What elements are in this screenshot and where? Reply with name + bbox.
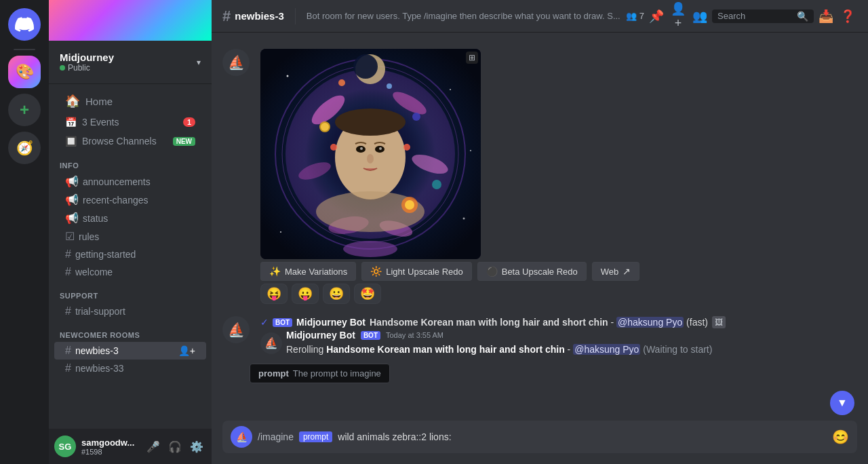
svg-point-36: [343, 241, 397, 257]
hash-icon-3: #: [65, 305, 71, 317]
topbar-actions: 👥 7 📌 👤+ 👥 🔍 📥 ❓: [626, 7, 857, 26]
chevron-down-icon: ▾: [197, 58, 201, 67]
sidebar-divider: [14, 49, 35, 50]
new-badge: NEW: [173, 137, 195, 146]
svg-point-30: [450, 89, 451, 90]
user-controls: 🎤 🎧 ⚙️: [144, 437, 206, 456]
member-list-button[interactable]: 👥: [690, 7, 709, 26]
image-expand-icon[interactable]: ⊞: [466, 52, 478, 64]
server-header[interactable]: Midjourney Public ▾: [49, 41, 212, 84]
user-tag: #1598: [81, 448, 138, 456]
circle-icon: ⚫: [486, 266, 498, 277]
beta-upscale-redo-button[interactable]: ⚫ Beta Upscale Redo: [477, 262, 587, 281]
scroll-to-bottom-button[interactable]: ▼: [830, 391, 854, 415]
channel-rules[interactable]: ☑ rules: [54, 227, 206, 246]
hash-symbol: #: [222, 7, 231, 25]
reactions: 😝 😛 😀 🤩: [260, 284, 857, 304]
user-info: samgoodw... #1598: [81, 438, 138, 456]
msg2-text: Rerolling Handsome Korean man with long …: [286, 343, 712, 357]
svg-point-17: [353, 54, 378, 79]
message-header-2: Midjourney Bot BOT Today at 3:55 AM: [286, 330, 712, 341]
add-member-top-button[interactable]: 👤+: [669, 7, 688, 26]
discord-logo[interactable]: [8, 8, 41, 41]
svg-point-12: [412, 113, 420, 121]
message-row-2: ⛵ ✓ BOT Midjourney Bot Handsome Korean m…: [212, 315, 868, 361]
section-newcomer[interactable]: NEWCOMER ROOMS: [49, 320, 212, 342]
svg-point-23: [379, 147, 382, 150]
help-button[interactable]: ❓: [838, 7, 857, 26]
headphones-button[interactable]: 🎧: [165, 437, 184, 456]
pin-button[interactable]: 📌: [647, 7, 666, 26]
members-icon: 👥: [626, 11, 637, 21]
app-sidebar: 🎨 + 🧭: [0, 0, 49, 464]
bot-author-name: Midjourney Bot: [296, 317, 366, 328]
hash-icon-5: #: [65, 362, 71, 374]
svg-point-27: [330, 144, 337, 151]
message-input[interactable]: [338, 431, 827, 442]
bot-badge: BOT: [273, 318, 292, 327]
light-icon: 🔆: [370, 266, 382, 277]
channel-newbies-33[interactable]: # newbies-33: [54, 360, 206, 377]
megaphone-icon-3: 📢: [65, 212, 79, 225]
search-input[interactable]: [717, 11, 794, 21]
reaction-1[interactable]: 😛: [292, 284, 319, 304]
reaction-3[interactable]: 🤩: [354, 284, 381, 304]
add-server-button[interactable]: +: [8, 94, 41, 126]
nav-home[interactable]: 🏠 Home: [54, 90, 206, 113]
message-content-2: ✓ BOT Midjourney Bot Handsome Korean man…: [260, 316, 857, 360]
server-icon-midjourney[interactable]: 🎨: [8, 56, 41, 88]
channel-status[interactable]: 📢 status: [54, 209, 206, 227]
svg-point-29: [287, 75, 289, 77]
input-avatar-icon: ⛵: [236, 431, 248, 442]
user-panel: SG samgoodw... #1598 🎤 🎧 ⚙️: [49, 429, 212, 464]
prompt-tooltip: prompt The prompt to imagine: [250, 364, 390, 383]
message-area-wrapper: ⛵: [212, 33, 868, 464]
bot-badge-2: BOT: [361, 331, 380, 340]
calendar-icon: 📅: [65, 117, 77, 128]
channel-getting-started[interactable]: # getting-started: [54, 246, 206, 263]
main-content: # newbies-3 Bot room for new users. Type…: [212, 0, 868, 464]
web-button[interactable]: Web ↗: [592, 262, 640, 281]
search-icon: 🔍: [797, 11, 808, 22]
sparkles-icon: ✨: [269, 266, 281, 277]
emoji-button[interactable]: 😊: [832, 429, 849, 445]
member-count: 👥 7: [626, 11, 644, 21]
light-upscale-redo-button[interactable]: 🔆 Light Upscale Redo: [361, 262, 471, 281]
avatar: ⛵: [222, 49, 250, 76]
microphone-button[interactable]: 🎤: [144, 437, 163, 456]
section-info[interactable]: INFO: [49, 151, 212, 172]
nav-events[interactable]: 📅 3 Events 1: [54, 113, 206, 132]
channel-announcements[interactable]: 📢 announcements: [54, 172, 206, 191]
channel-trial-support[interactable]: # trial-support: [54, 303, 206, 320]
svg-point-24: [367, 154, 374, 163]
channel-title: # newbies-3: [222, 7, 284, 25]
status-dot: [60, 65, 65, 71]
svg-point-14: [338, 79, 345, 86]
explore-button[interactable]: 🧭: [8, 132, 41, 164]
reaction-2[interactable]: 😀: [323, 284, 350, 304]
avatar: SG: [54, 436, 76, 457]
search-bar[interactable]: 🔍: [712, 9, 814, 23]
image-icon[interactable]: 🖼: [712, 316, 726, 328]
make-variations-button[interactable]: ✨ Make Variations: [260, 262, 356, 281]
svg-point-32: [280, 231, 281, 233]
events-badge: 1: [183, 117, 195, 127]
sailboat-icon-2: ⛵: [228, 322, 245, 338]
user-name: samgoodw...: [81, 438, 138, 448]
channel-recent-changes[interactable]: 📢 recent-changes: [54, 191, 206, 209]
hash-icon-4: #: [65, 345, 71, 357]
svg-point-35: [405, 200, 414, 210]
channel-newbies-3[interactable]: # newbies-3 👤+: [54, 342, 206, 360]
inbox-button[interactable]: 📥: [816, 7, 835, 26]
add-member-icon[interactable]: 👤+: [178, 345, 195, 356]
section-support[interactable]: SUPPORT: [49, 281, 212, 303]
settings-button[interactable]: ⚙️: [187, 437, 206, 456]
reaction-0[interactable]: 😝: [260, 284, 288, 304]
svg-point-31: [463, 218, 465, 220]
avatar-2: ⛵: [222, 316, 250, 343]
sailboat-icon: ⛵: [228, 54, 245, 71]
channel-welcome[interactable]: # welcome: [54, 263, 206, 281]
message-row: ⛵: [212, 43, 868, 309]
browse-channels[interactable]: 🔲 Browse Channels NEW: [54, 132, 206, 151]
channel-list: 🏠 Home 📅 3 Events 1 🔲 Browse Channels NE…: [49, 84, 212, 429]
